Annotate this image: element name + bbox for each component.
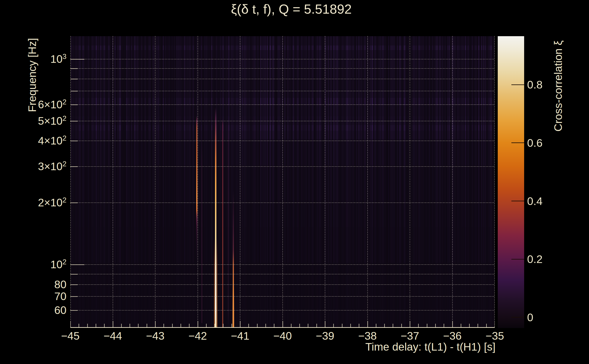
y-tick-exponent: 3 <box>63 52 66 60</box>
x-tick-label: −38 <box>358 330 377 342</box>
y-tick-exponent: 2 <box>63 196 66 204</box>
colorbar-tick <box>511 84 524 85</box>
colorbar-tick-label: 0.4 <box>527 196 543 207</box>
y-tick-label: 102 <box>0 259 66 272</box>
x-tick-label: −39 <box>316 330 334 342</box>
x-tick-label: −43 <box>146 330 164 342</box>
y-tick-label: 2×102 <box>0 197 66 210</box>
y-tick-exponent: 2 <box>63 134 66 142</box>
y-tick-label: 60 <box>0 305 66 316</box>
y-tick-label: 70 <box>0 291 66 302</box>
heatmap-canvas <box>70 36 495 328</box>
x-tick-label: −37 <box>400 330 419 342</box>
y-tick-label: 80 <box>0 279 66 290</box>
colorbar-tick-label: 0.6 <box>527 137 543 149</box>
y-tick-exponent: 2 <box>63 114 66 122</box>
colorbar-tick <box>511 259 524 260</box>
x-tick-label: −41 <box>231 330 249 342</box>
y-tick-label: 103 <box>0 53 66 66</box>
chart-title: ξ(δ t, f), Q = 5.51892 <box>231 1 352 17</box>
colorbar-tick <box>511 317 524 318</box>
x-tick-label: −35 <box>485 330 504 342</box>
page-root: ξ(δ t, f), Q = 5.51892 Frequency [Hz] Ti… <box>0 0 589 364</box>
y-tick-exponent: 2 <box>63 160 66 168</box>
colorbar-gradient <box>498 36 524 328</box>
colorbar-title: Cross-correlation ξ <box>552 40 564 131</box>
colorbar-tick <box>511 201 524 201</box>
y-tick-label: 4×102 <box>0 135 66 148</box>
x-tick-label: −45 <box>61 330 79 342</box>
y-tick-label: 6×102 <box>0 99 66 112</box>
x-tick-label: −42 <box>189 330 207 342</box>
y-tick-label: 3×102 <box>0 161 66 174</box>
y-tick-label: 5×102 <box>0 115 66 128</box>
x-tick-label: −44 <box>104 330 122 342</box>
colorbar-tick <box>511 143 524 143</box>
colorbar-tick-label: 0 <box>527 312 533 323</box>
x-axis-title: Time delay: t(L1) - t(H1) [s] <box>365 341 496 353</box>
y-tick-exponent: 2 <box>63 98 66 106</box>
y-tick-exponent: 2 <box>63 258 66 266</box>
colorbar-tick-label: 0.2 <box>527 254 543 265</box>
colorbar-tick-label: 0.8 <box>527 79 543 90</box>
x-tick-label: −40 <box>273 330 292 342</box>
x-tick-label: −36 <box>443 330 462 342</box>
